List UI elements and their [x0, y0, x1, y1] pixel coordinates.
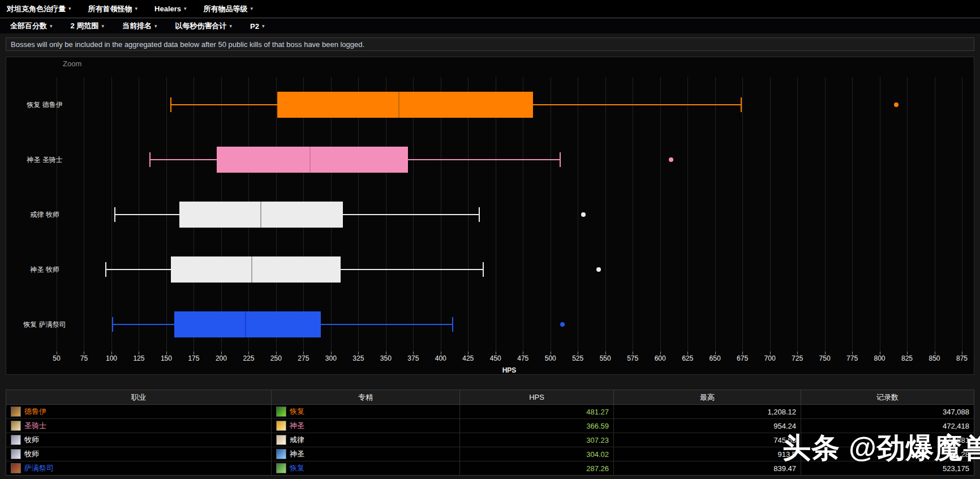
count-number: 523,175	[943, 464, 969, 473]
x-axis-tick-label: 275	[298, 354, 309, 362]
column-header[interactable]: 职业	[6, 390, 272, 404]
toolbar-dropdown[interactable]: 2 周范围▾	[71, 21, 104, 31]
x-axis-tick-label: 400	[435, 354, 446, 362]
class-link[interactable]: 德鲁伊	[24, 407, 46, 417]
outlier-point[interactable]	[894, 102, 899, 107]
x-axis-tick-label: 250	[270, 354, 282, 362]
caret-down-icon: ▾	[50, 24, 53, 29]
gridline	[660, 77, 661, 352]
class-link[interactable]: 牧师	[24, 435, 39, 445]
x-axis-tick-label: 675	[737, 354, 748, 362]
whisker-cap-low	[112, 317, 113, 332]
median-line	[398, 92, 399, 118]
priest-class-icon	[11, 449, 21, 459]
hps-number: 481.27	[586, 408, 609, 416]
x-axis-tick-label: 200	[216, 354, 227, 362]
toolbar-dropdown[interactable]: P2▾	[250, 22, 264, 31]
count-number: 347,088	[943, 408, 969, 416]
series-label: 神圣 圣骑士	[11, 155, 79, 165]
holy-paladin-spec-icon	[276, 421, 286, 431]
whisker-cap-high	[483, 262, 484, 277]
gridline	[687, 77, 688, 352]
max-value: 745.53	[614, 433, 801, 447]
x-axis-tick-label: 175	[188, 354, 199, 362]
gridline	[907, 77, 908, 352]
spec-link[interactable]: 神圣	[290, 421, 304, 431]
outlier-point[interactable]	[669, 157, 673, 162]
spec-link[interactable]: 戒律	[290, 435, 304, 445]
spec-link[interactable]: 恢复	[290, 407, 304, 417]
x-axis-tick-label: 875	[956, 354, 968, 362]
priest-class-icon	[11, 435, 21, 445]
gridline	[578, 77, 578, 352]
primary-toolbar: 对坦克角色治疗量▾所有首领怪物▾Healers▾所有物品等级▾	[0, 0, 980, 18]
column-header[interactable]: 最高	[614, 390, 801, 404]
gridline	[742, 77, 743, 352]
whisker-cap-low	[114, 207, 115, 222]
dropdown-label: P2	[250, 22, 259, 31]
spec-link[interactable]: 恢复	[290, 463, 304, 473]
x-axis-tick-label: 300	[325, 354, 337, 362]
table-header-row: 职业专精HPS最高记录数	[6, 390, 974, 405]
spec-cell: 神圣	[272, 447, 460, 461]
class-link[interactable]: 圣骑士	[24, 421, 46, 431]
gridline	[523, 77, 523, 352]
x-axis-tick-label: 500	[545, 354, 556, 362]
hps-number: 366.59	[586, 422, 609, 430]
dropdown-label: 全部百分数	[10, 21, 47, 31]
outlier-point[interactable]	[581, 212, 586, 217]
gridline	[633, 77, 633, 352]
caret-down-icon: ▾	[101, 24, 104, 29]
outlier-point[interactable]	[560, 322, 565, 327]
zoom-label: Zoom	[63, 59, 81, 68]
x-axis: 5075100125150175200225250275300325350375…	[57, 354, 962, 363]
series-label: 神圣 牧师	[11, 265, 79, 275]
class-link[interactable]: 萨满祭司	[24, 463, 54, 473]
dropdown-label: Healers	[154, 5, 181, 13]
holy-priest-spec-icon	[276, 449, 286, 459]
toolbar-dropdown[interactable]: 当前排名▾	[122, 21, 157, 31]
x-axis-tick-label: 450	[490, 354, 501, 362]
notice-banner: Bosses will only be included in the aggr…	[6, 37, 974, 51]
dropdown-label: 2 周范围	[71, 21, 99, 31]
toolbar-dropdown[interactable]: 全部百分数▾	[10, 21, 53, 31]
count-number: 472,418	[943, 422, 969, 430]
x-axis-tick-label: 800	[874, 354, 886, 362]
count-value: 347,088	[801, 405, 974, 418]
gridline	[797, 77, 798, 352]
outlier-point[interactable]	[596, 267, 601, 272]
box-iqr[interactable]	[171, 256, 341, 283]
toolbar-dropdown[interactable]: Healers▾	[154, 5, 187, 13]
x-axis-tick-label: 350	[380, 354, 392, 362]
x-axis-tick-label: 725	[792, 354, 803, 362]
column-header[interactable]: 记录数	[801, 390, 974, 404]
spec-link[interactable]: 神圣	[290, 449, 304, 459]
hps-value: 481.27	[460, 405, 614, 418]
dropdown-label: 所有首领怪物	[88, 4, 132, 14]
x-axis-tick-label: 775	[846, 354, 858, 362]
series-label: 恢复 萨满祭司	[11, 320, 79, 330]
class-cell: 牧师	[6, 447, 272, 461]
class-link[interactable]: 牧师	[24, 449, 39, 459]
whisker-cap-high	[560, 152, 561, 167]
gridline	[935, 77, 935, 352]
box-iqr[interactable]	[277, 92, 533, 118]
gridline	[770, 77, 771, 352]
druid-class-icon	[11, 407, 21, 417]
column-header[interactable]: HPS	[460, 390, 614, 404]
spec-cell: 神圣	[272, 419, 460, 433]
toolbar-dropdown[interactable]: 所有首领怪物▾	[88, 4, 138, 14]
caret-down-icon: ▾	[229, 24, 232, 29]
box-iqr[interactable]	[217, 147, 407, 173]
box-iqr[interactable]	[174, 311, 321, 337]
toolbar-dropdown[interactable]: 所有物品等级▾	[204, 4, 253, 14]
x-axis-tick-label: 550	[600, 354, 611, 362]
whisker-cap-high	[479, 207, 480, 222]
series-label: 戒律 牧师	[11, 210, 79, 220]
table-row: 德鲁伊恢复481.271,208.12347,088	[6, 405, 974, 419]
count-value: 472,418	[801, 419, 974, 433]
x-axis-tick-label: 100	[106, 354, 117, 362]
toolbar-dropdown[interactable]: 对坦克角色治疗量▾	[7, 4, 71, 14]
column-header[interactable]: 专精	[272, 390, 460, 404]
toolbar-dropdown[interactable]: 以每秒伤害合计▾	[175, 21, 232, 31]
